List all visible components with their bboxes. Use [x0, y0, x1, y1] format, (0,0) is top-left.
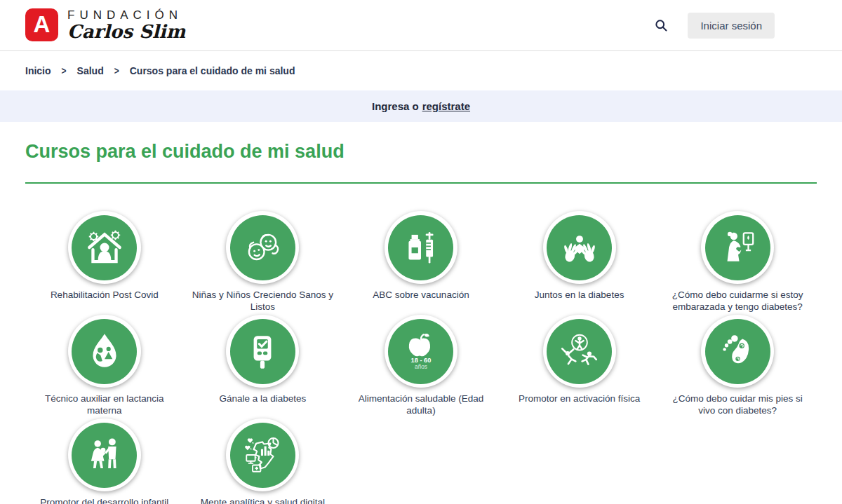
- children-faces-icon: [230, 215, 295, 280]
- course-label: Técnico auxiliar en lactancia materna: [32, 393, 177, 417]
- course-circle: [701, 315, 774, 388]
- course-label: Promotor en activación física: [519, 393, 640, 404]
- course-label: Rehabilitación Post Covid: [51, 289, 159, 301]
- course-tile[interactable]: Mente analítica y salud digital: [184, 418, 342, 504]
- logo-line2: Carlos Slim: [67, 22, 185, 41]
- course-circle: [226, 211, 299, 284]
- logo-line1: FUNDACIÓN: [67, 9, 185, 22]
- login-button[interactable]: Iniciar sesión: [688, 13, 775, 39]
- house-virus-icon: [72, 215, 137, 280]
- course-label: Mente analítica y salud digital: [201, 496, 325, 504]
- svg-text:18 - 60: 18 - 60: [411, 357, 432, 364]
- search-icon[interactable]: [653, 17, 669, 34]
- mexico-map-analytics-icon: [230, 423, 295, 488]
- course-tile[interactable]: ¿Cómo debo cuidarme si estoy embarazada …: [658, 211, 817, 315]
- milk-drop-mother-child-icon: [72, 319, 137, 384]
- banner-text: Ingresa o: [372, 100, 419, 112]
- course-tile[interactable]: Promotor del desarrollo infantil: [25, 418, 184, 504]
- course-label: Gánale a la diabetes: [219, 393, 306, 404]
- breadcrumb-salud[interactable]: Salud: [77, 65, 104, 76]
- vaccine-vial-syringe-icon: [388, 215, 453, 280]
- course-circle: [385, 211, 457, 284]
- title-divider: [25, 182, 817, 184]
- chevron-right-icon: >: [114, 64, 119, 77]
- chevron-right-icon: >: [62, 64, 67, 77]
- course-circle: [68, 315, 141, 388]
- course-label: ¿Cómo debo cuidarme si estoy embarazada …: [665, 289, 810, 313]
- course-tile[interactable]: Rehabilitación Post Covid: [25, 211, 184, 315]
- course-grid: Rehabilitación Post Covid Niñas y Niños …: [25, 211, 817, 504]
- course-circle: [543, 315, 616, 388]
- course-circle: [226, 418, 299, 491]
- fundacion-carlos-slim-logo[interactable]: A FUNDACIÓN Carlos Slim: [25, 9, 185, 42]
- course-circle: [543, 211, 616, 284]
- course-tile[interactable]: ABC sobre vacunación: [342, 211, 500, 315]
- course-label: Alimentación saludable (Edad adulta): [349, 393, 493, 417]
- course-circle: [68, 211, 141, 284]
- main-content: Cursos para el cuidado de mi salud Rehab…: [0, 141, 842, 504]
- course-tile[interactable]: ¿Cómo debo cuidar mis pies si vivo con d…: [658, 315, 817, 418]
- course-tile[interactable]: Niñas y Niños Creciendo Sanos y Listos: [184, 211, 342, 315]
- course-tile[interactable]: Técnico auxiliar en lactancia materna: [25, 315, 184, 418]
- course-circle: [701, 211, 774, 284]
- header-actions: Iniciar sesión: [653, 13, 775, 39]
- apple-age-range-icon: 18 - 60años: [388, 319, 453, 384]
- glucometer-check-icon: [230, 319, 295, 384]
- header: A FUNDACIÓN Carlos Slim Iniciar sesión: [0, 0, 842, 51]
- course-tile[interactable]: Gánale a la diabetes: [184, 315, 342, 418]
- course-label: ABC sobre vacunación: [373, 289, 469, 301]
- breadcrumb-inicio[interactable]: Inicio: [25, 65, 51, 76]
- pregnant-woman-iv-icon: [705, 215, 770, 280]
- course-tile[interactable]: Juntos en la diabetes: [500, 211, 659, 315]
- logo-a-icon: A: [25, 8, 58, 41]
- course-circle: 18 - 60años: [385, 315, 457, 388]
- svg-text:años: años: [415, 364, 427, 370]
- login-banner: Ingresa o regístrate: [0, 90, 842, 122]
- course-tile[interactable]: 18 - 60años Alimentación saludable (Edad…: [342, 315, 500, 418]
- caregiver-child-icon: [72, 423, 137, 488]
- course-label: Niñas y Niños Creciendo Sanos y Listos: [190, 289, 335, 313]
- breadcrumb-current: Cursos para el cuidado de mi salud: [130, 65, 295, 76]
- exercise-figures-icon: [547, 319, 612, 384]
- page-title: Cursos para el cuidado de mi salud: [25, 141, 817, 163]
- course-circle: [226, 315, 299, 388]
- course-label: Juntos en la diabetes: [535, 289, 624, 301]
- logo-wordmark: FUNDACIÓN Carlos Slim: [67, 9, 185, 42]
- course-circle: [68, 418, 141, 491]
- course-tile[interactable]: Promotor en activación física: [500, 315, 659, 418]
- footprint-icon: [705, 319, 770, 384]
- breadcrumb: Inicio > Salud > Cursos para el cuidado …: [0, 51, 842, 86]
- register-link[interactable]: regístrate: [422, 100, 470, 112]
- hands-holding-person-icon: [547, 215, 612, 280]
- course-label: ¿Cómo debo cuidar mis pies si vivo con d…: [665, 393, 810, 417]
- course-label: Promotor del desarrollo infantil: [40, 496, 168, 504]
